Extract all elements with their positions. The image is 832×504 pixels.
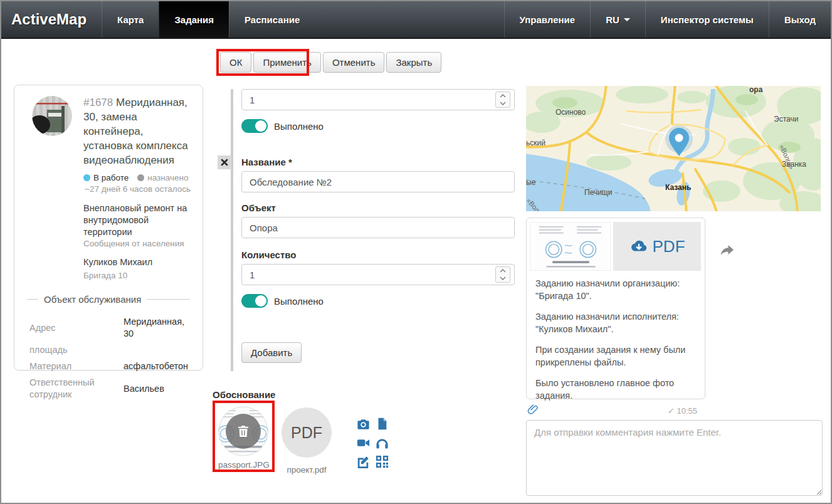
comment-input[interactable] [526,420,823,496]
field-row: площадь [29,344,189,356]
attach-file-paperclip-icon[interactable] [527,404,539,418]
message: Заданию назначили исполнителя: "Куликов … [535,310,696,335]
top-quantity-input[interactable] [241,89,515,110]
history-message-card: PDF Заданию назначили организацию: "Бриг… [526,218,705,399]
message: Заданию назначили организацию: "Бригада … [535,277,696,302]
stepper-down-icon[interactable] [496,275,510,282]
assignee-name: Куликов Михаил [83,257,191,267]
map[interactable]: Осиново Эстачи Званка Печищи Казань «Вол… [526,86,821,211]
done-toggle[interactable] [241,119,268,133]
map-label-kazan: Казань [665,183,691,192]
object-input[interactable] [241,217,515,238]
map-label-estachi: Эстачи [774,115,798,123]
object-field-label: Объект [241,202,276,213]
delete-file-overlay[interactable] [226,414,261,449]
task-title: #1678 Меридианная, 30, замена контейнера… [83,95,191,167]
forward-share-icon[interactable] [720,244,735,260]
done-toggle-label: Выполнено [274,296,324,307]
map-label-partial: ьский [526,139,545,147]
quantity-field-label: Количество [241,249,296,260]
map-label-partial: ора [749,86,763,94]
passport-image-preview[interactable] [530,222,611,271]
quantity-stepper [495,266,510,283]
status-next: назначено [137,173,188,182]
attach-media-toolbar [354,415,391,470]
quantity-input[interactable] [241,264,515,285]
task-source: Сообщения от населения [83,239,191,248]
message-timestamp: ✓ 10:55 [527,406,705,421]
photo-camera-icon[interactable] [354,415,372,433]
trash-icon [236,424,251,439]
app-window: ActiveMap Карта Задания Расписание Управ… [0,0,832,504]
attachment-passport[interactable]: passport.JPG [218,406,270,470]
done-toggle-label: Выполнено [274,121,324,132]
task-status-row: В работе назначено [83,173,191,182]
message-attachments: PDF [527,218,705,271]
top-quantity-stepper [495,92,510,108]
file-name: passport.JPG [218,460,270,470]
menu-management[interactable]: Управление [504,1,591,38]
tab-tasks[interactable]: Задания [159,1,229,38]
system-messages: Заданию назначили организацию: "Бригада … [527,271,705,402]
task-photo [32,96,72,136]
message: Было установлено главное фото задания. [535,377,696,402]
add-button[interactable]: Добавить [241,342,302,363]
menu-logout[interactable]: Выход [769,1,831,38]
cloud-download-icon [629,237,648,256]
map-label-partial: ые [526,178,536,187]
passport-thumbnail [218,406,268,456]
message: При создании задания к нему были прикреп… [535,344,696,369]
close-button[interactable]: Закрыть [386,52,441,73]
tab-map[interactable]: Карта [102,1,159,38]
action-toolbar: ОК Применить Отменить Закрыть [220,52,441,73]
remove-step-button[interactable] [218,155,231,169]
file-name: проект.pdf [282,465,332,475]
nav-spacer [315,1,503,38]
status-dot-gray [137,174,144,181]
name-field-label: Название * [241,157,292,167]
qr-code-icon[interactable] [373,453,391,470]
video-camera-icon[interactable] [354,434,372,451]
ok-button[interactable]: ОК [220,52,251,73]
status-current: В работе [83,173,129,182]
field-row: Материаласфальтобетон [29,360,189,372]
app-logo: ActiveMap [1,1,102,38]
attachments-label: Обоснование [213,389,275,400]
task-id: #1678 [83,97,113,108]
content-area: ОК Применить Отменить Закрыть [1,39,831,503]
edit-note-icon[interactable] [354,453,372,470]
cancel-button[interactable]: Отменить [323,52,385,73]
menu-system-inspector[interactable]: Инспектор системы [645,1,769,38]
pdf-label: PDF [653,237,685,256]
task-summary-card: #1678 Меридианная, 30, замена контейнера… [14,85,203,370]
headphones-icon[interactable] [373,434,391,451]
attachment-pdf[interactable]: PDF [282,407,332,458]
stepper-down-icon[interactable] [496,100,510,107]
stepper-up-icon[interactable] [496,267,510,275]
check-icon: ✓ [668,406,675,416]
status-dot-blue [83,174,90,181]
menu-language-dropdown[interactable]: RU [590,1,645,38]
pdf-attachment-preview[interactable]: PDF [613,222,701,271]
field-row: АдресМеридианная, 30 [29,316,189,340]
field-row: Ответственный сотрудникВасильев [29,377,189,401]
map-label-osinovo: Осиново [556,108,586,117]
top-nav: ActiveMap Карта Задания Расписание Управ… [1,1,831,39]
service-object-fields: АдресМеридианная, 30 площадь Материаласф… [29,316,189,401]
stepper-up-icon[interactable] [496,92,510,100]
map-label-pechishchi: Печищи [584,188,612,197]
organization-name: Бригада 10 [83,271,191,280]
apply-button[interactable]: Применить [253,52,321,73]
name-input[interactable] [241,171,515,192]
done-toggle[interactable] [241,294,268,308]
top-done-toggle-row: Выполнено [241,119,324,133]
service-object-divider: Объект обслуживания [27,294,190,305]
chevron-down-icon [624,18,630,21]
section-bar [231,172,233,371]
task-header: #1678 Меридианная, 30, замена контейнера… [83,95,191,280]
tab-schedule[interactable]: Расписание [229,1,315,38]
file-document-icon[interactable] [373,415,391,433]
task-photo-avatar[interactable] [32,96,72,136]
time-remaining: ~27 дней 6 часов осталось [85,184,191,194]
work-type: Внеплановый ремонт на внутридомовой терр… [83,202,191,238]
